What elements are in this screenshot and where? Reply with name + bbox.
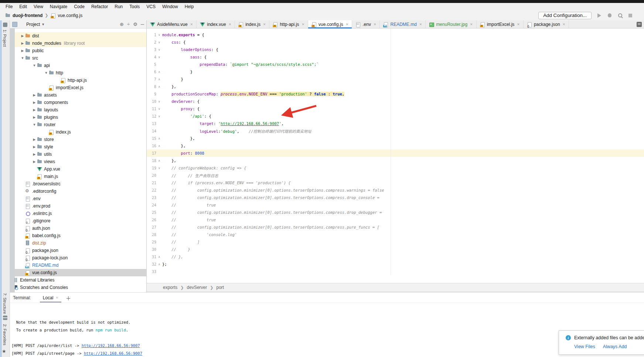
code-editor[interactable]: 1∨module.exports = {2∨ css: {3∨ loaderOp…: [147, 28, 644, 275]
chevron-right-icon[interactable]: ▶: [20, 49, 25, 53]
tab-menurouter-jpg[interactable]: menuRouter.jpg✕: [426, 20, 476, 28]
chevron-right-icon[interactable]: ▶: [32, 160, 37, 164]
tab-index-js[interactable]: JSindex.js✕: [235, 20, 269, 28]
code-line-9[interactable]: 9 productionSourceMap: process.env.NODE_…: [147, 90, 644, 98]
breadcrumb-devserver[interactable]: devServer: [187, 285, 207, 290]
fold-close-icon[interactable]: ∧: [156, 70, 162, 74]
tab-readme-md[interactable]: MDREADME.md✕: [380, 20, 426, 28]
hide-icon[interactable]: ─: [141, 21, 144, 27]
tree-item-node-modules[interactable]: ▶node_moduleslibrary root: [10, 40, 146, 47]
favorites-star-icon[interactable]: ★: [2, 348, 6, 354]
tree-item-views[interactable]: ▶views: [10, 158, 146, 165]
tree-item-components[interactable]: ▶components: [10, 99, 146, 106]
tree-item--gitignore[interactable]: ⊘.gitignore: [10, 217, 146, 225]
chevron-right-icon[interactable]: ▶: [32, 138, 37, 141]
fold-close-icon[interactable]: ∧: [156, 255, 162, 259]
tree-item-importexcel-js[interactable]: JSimportExcel.js: [10, 84, 146, 91]
fold-open-icon[interactable]: ∨: [156, 33, 162, 37]
fold-close-icon[interactable]: ∧: [156, 144, 162, 148]
fold-open-icon[interactable]: ∨: [156, 166, 162, 170]
menu-item-help[interactable]: Help: [181, 3, 197, 10]
chevron-right-icon[interactable]: ▶: [20, 34, 25, 38]
close-icon[interactable]: ✕: [563, 23, 566, 26]
code-line-29[interactable]: 29 // ]: [147, 238, 644, 246]
tree-item-package-lock-json[interactable]: {}package-lock.json: [10, 254, 146, 262]
menu-item-refactor[interactable]: Refactor: [88, 3, 111, 10]
chevron-down-icon[interactable]: ▼: [44, 71, 49, 75]
menu-item-view[interactable]: View: [30, 3, 47, 10]
chevron-right-icon[interactable]: ▶: [20, 41, 25, 45]
collapse-all-icon[interactable]: ÷: [127, 21, 130, 27]
close-icon[interactable]: ✕: [346, 23, 349, 26]
menu-item-run[interactable]: Run: [111, 3, 126, 10]
tree-item-babel-config-js[interactable]: JSbabel.config.js: [10, 232, 146, 239]
tree-item-external-libraries[interactable]: External Libraries: [10, 276, 146, 284]
chevron-right-icon[interactable]: ▶: [32, 93, 37, 97]
tree-item-store[interactable]: ▶store: [10, 136, 146, 143]
tree-item-main-js[interactable]: JSmain.js: [10, 173, 146, 180]
stop-icon[interactable]: [628, 13, 633, 18]
tab-package-json[interactable]: {}package.json✕: [524, 20, 569, 28]
close-icon[interactable]: ✕: [470, 23, 473, 26]
stripe-label-project[interactable]: 1: Project: [3, 30, 7, 47]
terminal-link[interactable]: http://192.168.66.56:9007: [82, 343, 140, 348]
chevron-down-icon[interactable]: ▼: [20, 56, 25, 60]
tab-index-vue[interactable]: index.vue✕: [197, 20, 235, 28]
tree-item-assets[interactable]: ▶assets: [10, 91, 146, 99]
breadcrumb-port[interactable]: port: [217, 285, 224, 290]
code-line-2[interactable]: 2∨ css: {: [147, 38, 644, 46]
code-line-11[interactable]: 11∨ proxy: {: [147, 105, 644, 112]
notification-action-view-files[interactable]: View Files: [574, 344, 595, 349]
fold-close-icon[interactable]: ∧: [156, 78, 162, 81]
tree-scrollbar[interactable]: [10, 28, 15, 292]
tree-item-auth-json[interactable]: {}auth.json: [10, 225, 146, 232]
terminal-tab-local[interactable]: Local ✕: [41, 293, 60, 303]
code-line-26[interactable]: 26 // true: [147, 216, 644, 223]
project-tool-icon[interactable]: [3, 23, 7, 27]
menu-item-navigate[interactable]: Navigate: [47, 3, 71, 10]
tab-list-icon[interactable]: [637, 22, 642, 27]
close-icon[interactable]: ✕: [263, 23, 266, 26]
code-line-20[interactable]: 20 // // 生产去除日志: [147, 172, 644, 179]
close-icon[interactable]: ✕: [229, 23, 232, 26]
code-line-14[interactable]: 14 logLevel:'debug', //控制台终端打印代理前的真实地址: [147, 127, 644, 135]
close-icon[interactable]: ✕: [301, 23, 304, 26]
chevron-right-icon[interactable]: ▶: [32, 101, 37, 104]
code-line-30[interactable]: 30 // }: [147, 246, 644, 253]
tree-item--eslintrc-js[interactable]: .eslintrc.js: [10, 210, 146, 217]
close-icon[interactable]: ✕: [374, 23, 376, 26]
code-line-21[interactable]: 21 // if (process.env.NODE_ENV === 'prod…: [147, 179, 644, 186]
structure-tool-icon[interactable]: [3, 316, 7, 320]
tree-item--env-prod[interactable]: .env.prod: [10, 202, 146, 210]
code-line-4[interactable]: 4∨ sass: {: [147, 53, 644, 61]
stripe-label-structure[interactable]: 7: Structure: [3, 293, 7, 314]
fold-close-icon[interactable]: ∧: [156, 159, 162, 162]
menu-item-tools[interactable]: Tools: [126, 3, 143, 10]
chevron-right-icon[interactable]: ▶: [32, 145, 37, 149]
code-line-1[interactable]: 1∨module.exports = {: [147, 31, 644, 38]
tree-item-app-vue[interactable]: App.vue: [10, 165, 146, 173]
tab-importexcel-js[interactable]: JSimportExcel.js✕: [477, 20, 524, 28]
chevron-right-icon[interactable]: ▶: [32, 115, 37, 119]
fold-open-icon[interactable]: ∨: [156, 115, 162, 118]
locate-icon[interactable]: ⊕: [120, 21, 124, 27]
fold-close-icon[interactable]: ∧: [156, 263, 162, 266]
tree-item-readme-md[interactable]: MDREADME.md: [10, 262, 146, 269]
code-line-18[interactable]: 18∧ },: [147, 157, 644, 164]
menu-item-vcs[interactable]: VCS: [143, 3, 159, 10]
tree-item-scratches-and-consoles[interactable]: Scratches and Consoles: [10, 284, 146, 291]
code-line-8[interactable]: 8∧ },: [147, 83, 644, 90]
tree-item-public[interactable]: ▶public: [10, 47, 146, 54]
tab-vue-config-js[interactable]: JSvue.config.js✕: [308, 20, 352, 28]
tree-item-style[interactable]: ▶style: [10, 143, 146, 151]
code-line-24[interactable]: 24 // true: [147, 201, 644, 209]
fold-open-icon[interactable]: ∨: [156, 55, 162, 59]
code-line-31[interactable]: 31∧ // },: [147, 253, 644, 260]
tree-item--editorconfig[interactable]: ⚙.editorconfig: [10, 188, 146, 195]
tree-item-utils[interactable]: ▶utils: [10, 151, 146, 158]
notification-action-always-add[interactable]: Always Add: [603, 344, 627, 349]
tab-http-api-js[interactable]: JShttp-api.js✕: [269, 20, 308, 28]
settings-icon[interactable]: ⚙: [133, 21, 137, 27]
tree-item-dist-zip[interactable]: dist.zip: [10, 239, 146, 247]
tree-item--env[interactable]: .env: [10, 195, 146, 202]
